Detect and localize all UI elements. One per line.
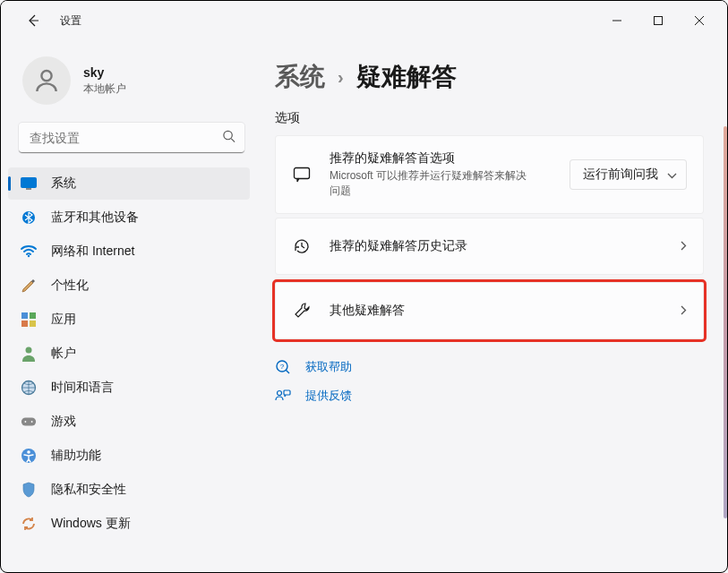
update-icon [21,516,37,532]
history-icon [292,236,312,256]
chevron-right-icon: › [338,67,344,88]
avatar [22,56,71,105]
search-input[interactable] [19,123,244,153]
sidebar-item-network[interactable]: 网络和 Internet [8,235,250,268]
sidebar-item-personalize[interactable]: 个性化 [8,269,250,302]
card-other-troubleshooters[interactable]: 其他疑难解答 [275,282,704,339]
paintbrush-icon [21,278,37,294]
system-icon [21,175,37,192]
wrench-icon [292,301,312,321]
preference-dropdown[interactable]: 运行前询问我 [570,159,687,190]
feedback-link[interactable]: 提供反馈 [275,388,704,404]
user-block[interactable]: sky 本地帐户 [1,40,259,123]
sidebar-item-bluetooth[interactable]: 蓝牙和其他设备 [8,201,250,234]
sidebar-item-label: 个性化 [51,278,89,294]
svg-rect-7 [21,312,28,319]
svg-rect-0 [655,17,663,25]
svg-text:?: ? [280,363,285,371]
sidebar-item-time[interactable]: 时间和语言 [8,372,250,404]
user-name: sky [83,65,126,80]
gamepad-icon [21,414,37,430]
chevron-right-icon [681,238,687,254]
back-button[interactable] [19,6,47,35]
minimize-icon [612,16,621,25]
svg-rect-13 [21,418,36,426]
sidebar-item-label: 时间和语言 [51,380,114,396]
minimize-button[interactable] [596,6,638,35]
svg-point-14 [25,421,27,423]
titlebar: 设置 [1,1,727,40]
svg-point-1 [41,71,51,81]
main-content: 系统 › 疑难解答 选项 推荐的疑难解答首选项 Microsoft 可以推荐并运… [266,40,727,572]
sidebar-item-label: 应用 [51,312,76,328]
sidebar-item-gaming[interactable]: 游戏 [8,406,250,438]
sidebar-item-label: 蓝牙和其他设备 [51,210,139,226]
link-label: 提供反馈 [305,388,352,404]
feedback-icon [275,388,291,404]
sidebar-item-accessibility[interactable]: 辅助功能 [8,440,250,472]
sidebar-item-label: 系统 [51,175,76,192]
dropdown-value: 运行前询问我 [583,167,658,183]
chat-icon [292,165,312,184]
svg-point-6 [28,255,30,257]
sidebar-item-accounts[interactable]: 帐户 [8,338,250,370]
svg-point-11 [26,347,32,354]
chevron-right-icon [681,303,687,319]
search-icon [222,130,236,147]
card-history[interactable]: 推荐的疑难解答历史记录 [275,218,704,275]
link-label: 获取帮助 [305,359,352,375]
svg-rect-22 [284,390,290,395]
svg-point-2 [224,131,232,139]
svg-rect-9 [21,321,28,327]
maximize-icon [654,16,663,25]
person-icon [21,346,37,362]
window-title: 设置 [60,13,81,29]
sidebar-item-label: Windows 更新 [51,516,131,532]
footer-links: ? 获取帮助 提供反馈 [275,359,704,404]
card-title: 推荐的疑难解答历史记录 [330,238,681,254]
side-color-strip [724,126,727,518]
shield-icon [21,482,37,498]
breadcrumb-root[interactable]: 系统 [275,60,325,94]
wifi-icon [21,244,37,260]
bluetooth-icon [21,210,37,226]
svg-rect-18 [295,168,310,179]
search-wrap [19,123,244,153]
apps-icon [21,312,37,328]
sidebar-item-label: 游戏 [51,414,76,430]
help-link[interactable]: ? 获取帮助 [275,359,704,375]
sidebar-item-privacy[interactable]: 隐私和安全性 [8,474,250,506]
section-label: 选项 [275,110,704,126]
sidebar-item-label: 帐户 [51,346,76,362]
help-icon: ? [275,359,291,375]
svg-point-21 [278,391,282,396]
user-account-type: 本地帐户 [83,81,126,97]
accessibility-icon [21,448,37,464]
svg-rect-8 [30,312,36,319]
card-title: 其他疑难解答 [330,303,681,319]
sidebar-item-update[interactable]: Windows 更新 [8,508,250,540]
chevron-down-icon [667,167,677,182]
sidebar-item-label: 辅助功能 [51,448,101,464]
nav-list: 系统 蓝牙和其他设备 网络和 Internet 个性化 应用 帐户 [1,167,259,540]
breadcrumb: 系统 › 疑难解答 [275,60,704,94]
svg-point-17 [27,450,30,454]
close-button[interactable] [679,6,720,35]
close-icon [695,16,704,25]
card-recommended-preferences[interactable]: 推荐的疑难解答首选项 Microsoft 可以推荐并运行疑难解答来解决问题 运行… [275,135,704,214]
svg-rect-3 [21,178,37,188]
sidebar-item-label: 隐私和安全性 [51,482,126,498]
card-title: 推荐的疑难解答首选项 [330,150,570,167]
card-subtitle: Microsoft 可以推荐并运行疑难解答来解决问题 [330,168,535,199]
sidebar: sky 本地帐户 系统 蓝牙和其他设备 网络和 Internet [1,40,266,572]
maximize-button[interactable] [638,6,679,35]
svg-point-15 [31,421,33,423]
globe-clock-icon [21,380,37,396]
svg-rect-10 [30,321,36,327]
window-controls [596,6,720,35]
svg-rect-4 [26,188,31,190]
sidebar-item-apps[interactable]: 应用 [8,304,250,336]
sidebar-item-label: 网络和 Internet [51,244,134,260]
user-icon [32,66,61,95]
sidebar-item-system[interactable]: 系统 [8,167,250,200]
